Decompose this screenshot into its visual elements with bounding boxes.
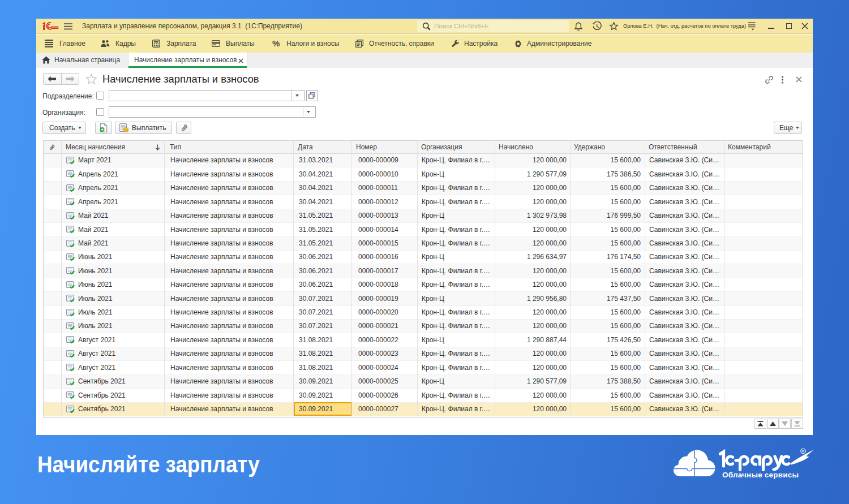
- svg-text:R: R: [802, 450, 805, 453]
